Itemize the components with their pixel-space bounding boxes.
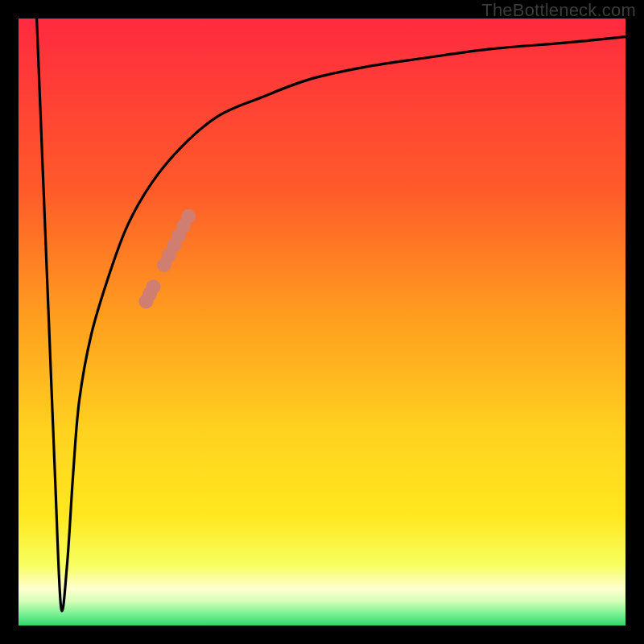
curve-marker — [181, 209, 196, 224]
curve-marker — [146, 279, 160, 294]
gradient-background — [19, 19, 625, 625]
watermark-text: TheBottleneck.com — [481, 0, 636, 21]
chart-stage: TheBottleneck.com — [0, 0, 644, 644]
bottleneck-plot — [19, 19, 625, 625]
